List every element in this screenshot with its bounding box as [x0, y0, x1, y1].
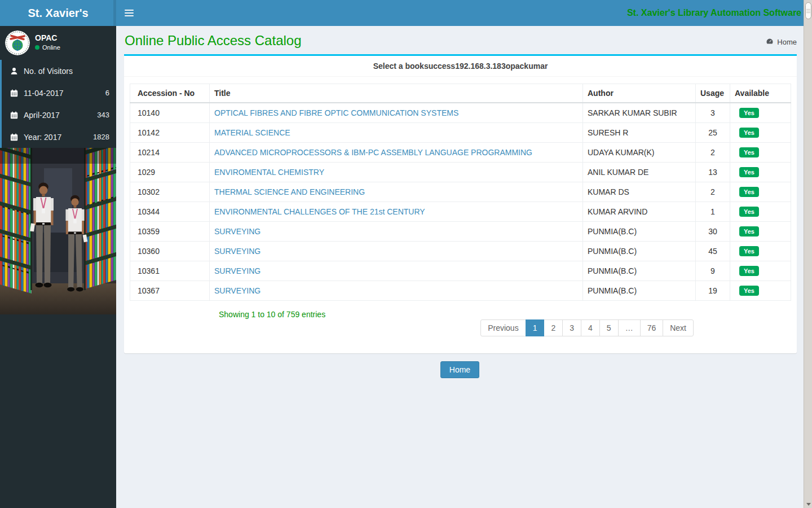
catalog-box-header: Select a booksuccess192.168.3.183opackum… — [124, 56, 797, 77]
pagination-next[interactable]: Next — [663, 319, 694, 336]
book-title-link[interactable]: ADVANCED MICROPROCESSORS & IBM-PC ASSEMB… — [214, 148, 532, 157]
author-cell: UDAYA KUMAR(K) — [583, 143, 696, 163]
pagination-page-76[interactable]: 76 — [640, 319, 664, 336]
calendar-icon — [8, 111, 19, 119]
book-title-link[interactable]: ENVIRONMENTAL CHALLENGES OF THE 21st CEN… — [214, 207, 425, 216]
book-title-link[interactable]: THERMAL SCIENCE AND ENGINEERING — [214, 187, 365, 196]
breadcrumb-home[interactable]: Home — [777, 38, 797, 46]
table-row: 1029 ENVIROMENTAL CHEMISTRY ANIL KUMAR D… — [130, 163, 791, 182]
sidebar-item-day-count[interactable]: 11-04-2017 6 — [2, 82, 116, 104]
content-wrapper: Online Public Access Catalog Home Select… — [116, 26, 804, 508]
usage-cell: 1 — [696, 202, 730, 222]
user-panel: OPAC Online — [0, 26, 116, 60]
accession-cell: 10140 — [130, 103, 210, 123]
table-body: 10140 OPTICAL FIBRES AND FIBRE OPTIC COM… — [130, 103, 791, 301]
pagination: Previous 1 2 3 4 5 … 76 Next — [480, 319, 694, 336]
home-button-row: Home — [116, 361, 804, 378]
scrollbar-down-arrow-icon[interactable] — [804, 500, 812, 508]
pagination-page-5[interactable]: 5 — [599, 319, 619, 336]
college-emblem-icon — [5, 30, 30, 55]
usage-cell: 45 — [696, 242, 730, 261]
accession-cell: 10214 — [130, 143, 210, 163]
column-header-title: Title — [210, 84, 583, 103]
catalog-box: Select a booksuccess192.168.3.183opackum… — [124, 54, 797, 353]
pagination-page-1[interactable]: 1 — [526, 319, 545, 336]
breadcrumb[interactable]: Home — [766, 37, 797, 46]
accession-cell: 10359 — [130, 222, 210, 242]
accession-cell: 10344 — [130, 202, 210, 222]
sidebar-item-label: No. of Visitors — [24, 67, 73, 76]
available-badge: Yes — [739, 147, 759, 157]
column-header-usage: Usage — [696, 84, 730, 103]
accession-cell: 10360 — [130, 242, 210, 261]
book-title-link[interactable]: SURVEYING — [214, 286, 261, 295]
table-header-row: Accession - No Title Author Usage Availa… — [130, 84, 791, 103]
table-row: 10367 SURVEYING PUNMIA(B.C) 19 Yes — [130, 281, 791, 301]
usage-cell: 25 — [696, 123, 730, 143]
usage-cell: 3 — [696, 103, 730, 123]
usage-cell: 13 — [696, 163, 730, 182]
usage-cell: 9 — [696, 261, 730, 281]
home-button[interactable]: Home — [440, 361, 479, 378]
author-cell: ANIL KUMAR DE — [583, 163, 696, 182]
accession-cell: 10302 — [130, 182, 210, 202]
sidebar-item-month-count[interactable]: April-2017 343 — [2, 104, 116, 126]
catalog-table: Accession - No Title Author Usage Availa… — [130, 84, 791, 301]
online-status-icon — [35, 45, 39, 50]
sidebar-item-year-count[interactable]: Year: 2017 1828 — [2, 126, 116, 148]
entries-info: Showing 1 to 10 of 759 entries — [219, 310, 325, 319]
sidebar-toggle-button[interactable] — [116, 0, 142, 26]
opac-app: St. Xavier's St. Xavier's Library Automa… — [0, 0, 812, 508]
students-in-library-photo — [0, 148, 116, 314]
usage-cell: 2 — [696, 143, 730, 163]
menu-icon — [125, 10, 134, 11]
book-title-link[interactable]: MATERIAL SCIENCE — [214, 128, 290, 137]
catalog-box-body: Accession - No Title Author Usage Availa… — [124, 77, 797, 353]
available-badge: Yes — [739, 108, 759, 118]
accession-cell: 10361 — [130, 261, 210, 281]
sidebar-item-value: 6 — [105, 89, 111, 97]
accession-cell: 10142 — [130, 123, 210, 143]
pagination-page-3[interactable]: 3 — [562, 319, 581, 336]
table-row: 10142 MATERIAL SCIENCE SURESH R 25 Yes — [130, 123, 791, 143]
table-controls: Showing 1 to 10 of 759 entries Previous … — [130, 301, 791, 348]
top-navbar: St. Xavier's Library Automation Software — [116, 0, 804, 26]
sidebar: OPAC Online No. of Visitors 11-04-2017 6 — [0, 26, 116, 508]
main-header: St. Xavier's St. Xavier's Library Automa… — [0, 0, 804, 26]
available-badge: Yes — [739, 266, 759, 276]
sidebar-item-label: Year: 2017 — [24, 133, 61, 142]
table-row: 10140 OPTICAL FIBRES AND FIBRE OPTIC COM… — [130, 103, 791, 123]
author-cell: PUNMIA(B.C) — [583, 222, 696, 242]
book-title-link[interactable]: OPTICAL FIBRES AND FIBRE OPTIC COMMUNICA… — [214, 108, 458, 117]
window-scrollbar[interactable] — [804, 0, 812, 508]
available-badge: Yes — [739, 226, 759, 237]
available-badge: Yes — [739, 246, 759, 256]
brand-logo[interactable]: St. Xavier's — [0, 0, 116, 26]
sidebar-item-visitors[interactable]: No. of Visitors — [2, 60, 116, 82]
sidebar-item-label: 11-04-2017 — [24, 89, 64, 98]
table-row: 10302 THERMAL SCIENCE AND ENGINEERING KU… — [130, 182, 791, 202]
column-header-available: Available — [730, 84, 791, 103]
book-title-link[interactable]: SURVEYING — [214, 266, 261, 275]
book-title-link[interactable]: SURVEYING — [214, 227, 261, 236]
pagination-page-2[interactable]: 2 — [544, 319, 563, 336]
table-row: 10359 SURVEYING PUNMIA(B.C) 30 Yes — [130, 222, 791, 242]
calendar-icon — [8, 89, 19, 97]
user-panel-name: OPAC — [35, 33, 57, 42]
available-badge: Yes — [739, 167, 759, 177]
book-title-link[interactable]: SURVEYING — [214, 247, 261, 256]
table-row: 10361 SURVEYING PUNMIA(B.C) 9 Yes — [130, 261, 791, 281]
available-badge: Yes — [739, 207, 759, 217]
author-cell: KUMAR ARVIND — [583, 202, 696, 222]
author-cell: SURESH R — [583, 123, 696, 143]
author-cell: SARKAR KUMAR SUBIR — [583, 103, 696, 123]
book-title-link[interactable]: ENVIROMENTAL CHEMISTRY — [214, 168, 324, 177]
app-title: St. Xavier's Library Automation Software — [627, 0, 801, 26]
pagination-page-4[interactable]: 4 — [581, 319, 600, 336]
table-row: 10344 ENVIRONMENTAL CHALLENGES OF THE 21… — [130, 202, 791, 222]
scrollbar-thumb[interactable] — [805, 2, 811, 19]
usage-cell: 30 — [696, 222, 730, 242]
pagination-previous[interactable]: Previous — [480, 319, 526, 336]
author-cell: KUMAR DS — [583, 182, 696, 202]
available-badge: Yes — [739, 187, 759, 197]
